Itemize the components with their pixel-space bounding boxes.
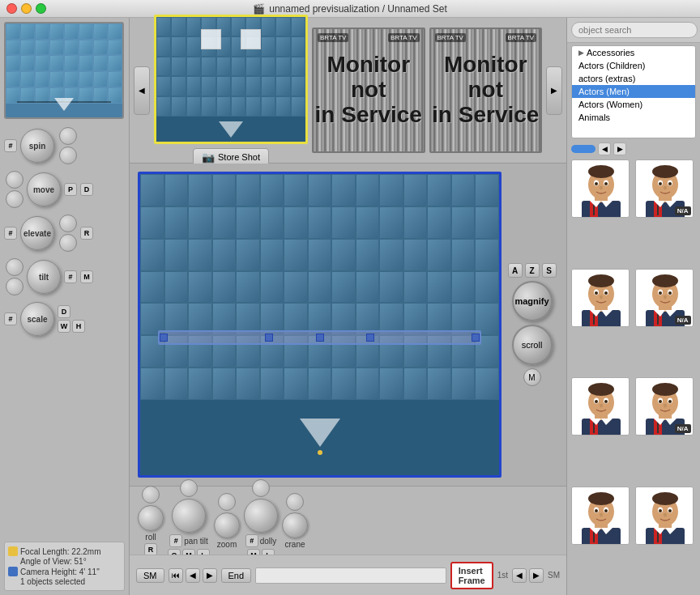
maximize-button[interactable] <box>36 3 46 14</box>
insert-frame-button[interactable]: InsertFrame <box>450 562 493 589</box>
preview-cell <box>186 17 201 37</box>
preview-cell <box>171 17 186 37</box>
thumb-cell <box>35 71 49 87</box>
tilt-m-badge[interactable]: M <box>80 270 93 283</box>
move-p-badge[interactable]: P <box>64 183 77 196</box>
spin-mini-2[interactable] <box>59 147 77 164</box>
move-mini-2[interactable] <box>6 190 23 208</box>
viewport-cell <box>188 206 212 239</box>
object-search-input[interactable] <box>571 22 698 38</box>
preview-cell <box>261 96 275 117</box>
spin-side-buttons <box>59 127 77 164</box>
preview-cell <box>171 57 186 77</box>
elevate-hash-button[interactable]: # <box>4 227 17 240</box>
pan-tilt-knob[interactable] <box>172 499 206 533</box>
tree-item[interactable]: Animals <box>572 111 695 124</box>
zoom-mini[interactable] <box>218 493 236 511</box>
tl2-next[interactable]: ▶ <box>529 568 544 583</box>
elevate-r-badge[interactable]: R <box>80 227 93 240</box>
m-button[interactable]: M <box>523 368 541 386</box>
scroll-button[interactable]: scroll <box>512 325 553 365</box>
dolly-mini[interactable] <box>252 479 270 497</box>
crane-knob[interactable] <box>282 512 308 538</box>
a-button[interactable]: A <box>508 263 523 278</box>
scale-hash-button[interactable]: # <box>4 312 17 325</box>
tl-skip-start[interactable]: ⏮ <box>169 568 183 583</box>
actor-thumbnail[interactable] <box>571 377 630 436</box>
move-knob[interactable]: move <box>27 172 61 206</box>
minimize-button[interactable] <box>21 3 32 14</box>
s-button[interactable]: S <box>542 263 557 278</box>
tilt-mini-2[interactable] <box>6 278 23 295</box>
crane-mini[interactable] <box>286 493 304 511</box>
pan-mini[interactable] <box>180 479 198 497</box>
tree-item[interactable]: ▶Accessories <box>572 46 695 59</box>
actor-thumbnail[interactable] <box>635 487 694 545</box>
sel-handle-mid-left[interactable] <box>265 334 273 342</box>
dolly-knob[interactable] <box>244 499 278 533</box>
move-mini-1[interactable] <box>6 171 23 189</box>
sm-button[interactable]: SM <box>136 568 164 583</box>
sel-handle-center[interactable] <box>316 334 324 342</box>
z-button[interactable]: Z <box>525 263 540 278</box>
roll-knob[interactable] <box>138 505 164 531</box>
svg-point-76 <box>652 383 678 396</box>
timeline-track[interactable] <box>255 567 446 584</box>
main-viewport[interactable] <box>138 172 502 478</box>
spin-mini-1[interactable] <box>59 127 77 145</box>
scale-d-badge[interactable]: D <box>58 305 70 318</box>
actor-thumbnail[interactable]: N/A <box>635 159 694 218</box>
actor-thumbnail[interactable]: N/A <box>635 377 694 436</box>
tilt-mini-1[interactable] <box>6 258 23 276</box>
roll-mini[interactable] <box>142 486 160 504</box>
scale-h-badge[interactable]: H <box>72 320 85 333</box>
pan-hash[interactable]: # <box>169 534 182 547</box>
right-monitor-corner-right: BRTA TV <box>506 33 536 42</box>
close-button[interactable] <box>6 3 17 14</box>
spin-knob[interactable]: spin <box>20 129 54 163</box>
actor-thumbnail[interactable]: N/A <box>635 269 694 327</box>
tl-prev[interactable]: ◀ <box>186 568 200 583</box>
tree-item[interactable]: actors (extras) <box>572 72 695 85</box>
viewport-cell <box>236 174 260 206</box>
scale-w-badge[interactable]: W <box>58 320 70 333</box>
end-button[interactable]: End <box>221 568 252 583</box>
move-d-badge[interactable]: D <box>80 183 93 196</box>
svg-point-11 <box>600 186 603 190</box>
viewport-cell <box>260 206 284 239</box>
right-panel: ... ▶AccessoriesActors (Children)actors … <box>566 18 700 595</box>
magnify-button[interactable]: magnify <box>512 281 553 321</box>
viewport-arrow <box>300 419 340 447</box>
actor-thumbnail[interactable] <box>571 269 630 327</box>
spin-hash-button[interactable]: # <box>4 139 17 152</box>
sel-handle-mid-right[interactable] <box>366 334 374 342</box>
tree-item[interactable]: Actors (Women) <box>572 98 695 111</box>
thumb-cell <box>79 71 93 87</box>
viewport-cell <box>308 174 332 206</box>
viewport-cell <box>451 271 476 304</box>
tl-next[interactable]: ▶ <box>203 568 217 583</box>
elevate-knob[interactable]: elevate <box>20 216 54 250</box>
tilt-knob[interactable]: tilt <box>27 260 61 294</box>
viewport-cell <box>260 368 284 400</box>
scale-knob[interactable]: scale <box>20 302 54 336</box>
prev-nav-button[interactable]: ◀ <box>134 66 150 115</box>
scroll-right-arrow[interactable]: ▶ <box>613 142 626 155</box>
tree-item[interactable]: Actors (Children) <box>572 59 695 72</box>
dolly-hash[interactable]: # <box>245 534 258 547</box>
window-controls[interactable] <box>6 3 46 14</box>
zoom-knob[interactable] <box>214 512 240 538</box>
actor-thumbnail[interactable] <box>571 159 630 218</box>
sel-handle-right[interactable] <box>472 334 480 342</box>
tree-item[interactable]: Actors (Men) <box>572 85 695 98</box>
tilt-hash-button[interactable]: # <box>64 270 77 283</box>
sel-handle-left[interactable] <box>160 334 168 342</box>
next-nav-button[interactable]: ▶ <box>546 66 562 115</box>
preview-grid <box>156 17 305 117</box>
scroll-left-arrow[interactable]: ◀ <box>598 142 611 155</box>
viewport-cell <box>308 368 332 400</box>
actor-thumbnail[interactable] <box>571 487 630 545</box>
elev-mini-1[interactable] <box>59 215 77 232</box>
tl2-prev[interactable]: ◀ <box>512 568 527 583</box>
elev-mini-2[interactable] <box>59 234 77 252</box>
